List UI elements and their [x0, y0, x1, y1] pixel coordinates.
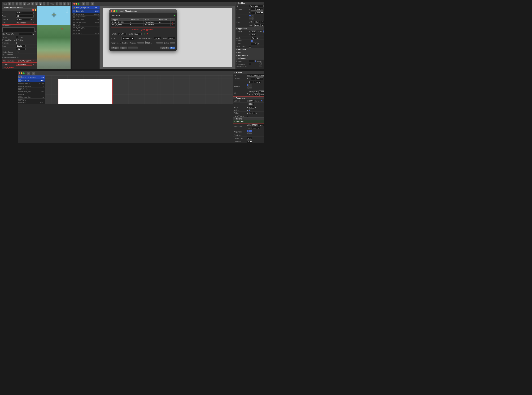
- rp-angle-more[interactable]: ▶: [257, 37, 259, 39]
- rp-zindex-input[interactable]: [249, 60, 254, 62]
- rp-hand-cursor-checkbox[interactable]: [249, 46, 251, 48]
- rp-height-unit[interactable]: Pixels: [261, 24, 264, 27]
- p3-y-input[interactable]: [249, 81, 253, 83]
- p3-scale-x-input[interactable]: [248, 100, 254, 102]
- p3-x-input[interactable]: [251, 77, 255, 80]
- add-condition-btn[interactable]: +: [174, 14, 175, 17]
- anchor-ml[interactable]: [249, 16, 251, 18]
- custom-props-icon[interactable]: ⚙: [17, 56, 19, 59]
- layer-item-4[interactable]: cool_candidate #5: [72, 16, 99, 18]
- p3-anchor-ml[interactable]: [247, 86, 248, 88]
- rp-permeable-checkbox[interactable]: [249, 63, 251, 65]
- p3-close-light[interactable]: [19, 72, 20, 74]
- rp-size-width-unit[interactable]: Percent: [261, 21, 264, 23]
- anchor-mc[interactable]: [251, 16, 253, 18]
- p3-anchor-bl[interactable]: [247, 88, 248, 89]
- anchor-tl[interactable]: [249, 15, 251, 16]
- layer-item-10[interactable]: ht_jelly_... v03.14: [72, 32, 99, 35]
- p3-layer-item-2[interactable]: T iframe_wiki ◆0,0: [18, 79, 45, 82]
- p3-width-unit[interactable]: Percent: [259, 90, 264, 93]
- rp-default-checkbox[interactable]: [255, 60, 256, 62]
- cancel-btn[interactable]: Cancel: [160, 47, 168, 49]
- p3-layer-item-3[interactable]: binoculars_a #1,0,0,00: [18, 82, 45, 85]
- p3-layer-item-5[interactable]: button_blank #5: [18, 88, 45, 90]
- wikipedia-input[interactable]: [18, 60, 32, 62]
- p3-layer-item-9[interactable]: ht_jelly: [18, 99, 45, 101]
- rp-visible-checkbox[interactable]: [251, 40, 253, 42]
- p3-anchor-tr[interactable]: [250, 84, 252, 86]
- p3-layer-item-7[interactable]: ht_pdf: [18, 93, 45, 96]
- delay-slider[interactable]: [170, 42, 175, 44]
- p2-toolbar-icon-2[interactable]: ✦: [86, 2, 89, 5]
- dialog-maximize-light[interactable]: [116, 10, 118, 12]
- p3-size-less[interactable]: ◀: [247, 92, 248, 94]
- p3-anchor-mr[interactable]: [250, 86, 252, 88]
- link-dropdown[interactable]: ▼: [33, 33, 34, 35]
- delete-btn[interactable]: Delete: [111, 47, 119, 49]
- rp-pos-x-input[interactable]: [251, 8, 255, 11]
- close-traffic-light[interactable]: [32, 9, 34, 11]
- p3-layer-item-10[interactable]: ht_jelly_... v03.14: [18, 101, 45, 104]
- ok-btn[interactable]: OK: [169, 47, 175, 49]
- type-select[interactable]: URL: [16, 15, 33, 17]
- p3-layer-item-6[interactable]: windows_share... #5051: [18, 90, 45, 93]
- layer-item-5[interactable]: button_blank #5: [72, 18, 99, 21]
- id-input[interactable]: [16, 11, 33, 14]
- rp-angle-less[interactable]: ◀: [249, 37, 250, 39]
- dialog-minimize-light[interactable]: [113, 10, 115, 12]
- trigger-row-1[interactable]: hotspot title: $(s) = Phnom Krom Or ✕: [111, 21, 175, 24]
- p3-layer-item-4[interactable]: cool_candidate #5: [18, 85, 45, 88]
- anchor-br[interactable]: [253, 18, 254, 20]
- p3-layer-item-1[interactable]: ▼ iframe_info-places... ◆0,0: [18, 76, 45, 79]
- p3-toolbar-icon-2[interactable]: ✦: [32, 72, 35, 75]
- p3-anchor-tc[interactable]: [249, 84, 250, 86]
- p3-height-input[interactable]: [254, 93, 259, 96]
- from-input[interactable]: [16, 45, 26, 47]
- p2-minimize-light[interactable]: [76, 3, 77, 5]
- rp-pos-x-unit[interactable]: Pixels: [256, 8, 263, 11]
- link-target-url-input[interactable]: [19, 33, 32, 35]
- rp-alpha-input[interactable]: [251, 43, 257, 45]
- p3-x-unit[interactable]: Pixels: [256, 77, 263, 80]
- p3-scale-y-input[interactable]: [248, 103, 254, 104]
- third-btn[interactable]: [128, 47, 138, 49]
- minimize-traffic-light[interactable]: [34, 9, 36, 11]
- p3-appearance-header[interactable]: ▼ Appearance: [233, 97, 264, 99]
- toolbar-icon-5[interactable]: ◉: [23, 2, 26, 5]
- rp-scale-x-input[interactable]: [251, 30, 256, 33]
- layer-item-3[interactable]: binoculars_a #1,0,0,00: [72, 13, 99, 16]
- p3-height-unit[interactable]: Percent: [259, 93, 264, 96]
- p2-maximize-light[interactable]: [77, 3, 79, 5]
- center-grid[interactable]: [263, 31, 264, 33]
- toolbar-icon-2[interactable]: ✦: [12, 2, 14, 5]
- p3-toolbar-icon-1[interactable]: ⊞: [27, 72, 30, 75]
- trigger-row-2[interactable]: *var_id_name = Phnom Krom ✕: [111, 24, 175, 26]
- mode-select[interactable]: Absolute: [121, 37, 134, 40]
- auto-place-checkbox[interactable]: [2, 39, 4, 41]
- target-checkbox[interactable]: [16, 36, 18, 38]
- default-height-input[interactable]: [168, 37, 175, 40]
- rp-pos-y-unit[interactable]: Pixels: [256, 11, 263, 14]
- layer-item-iframe-info[interactable]: ▼ iframe_info-places... ◆0,0: [72, 6, 99, 10]
- dialog-close-light[interactable]: [111, 10, 112, 12]
- copy-btn[interactable]: Copy: [120, 47, 127, 49]
- p2-toolbar-icon-1[interactable]: ⊞: [82, 2, 85, 5]
- rp-visible-less[interactable]: ◀: [249, 40, 250, 42]
- rp-angle-input[interactable]: [251, 37, 257, 39]
- anchor-bl[interactable]: [249, 18, 251, 20]
- toolbar-icon-13[interactable]: ⊗: [63, 2, 66, 5]
- layer-item-9[interactable]: ht_jelly: [72, 29, 99, 32]
- remove-height-btn[interactable]: ✕: [146, 33, 148, 35]
- p3-anchor-tl[interactable]: [247, 84, 248, 86]
- rp-id-input[interactable]: [249, 6, 264, 7]
- easing-slider[interactable]: [156, 42, 163, 44]
- skin-id-dropdown[interactable]: ▼: [31, 19, 33, 21]
- anchor-grid[interactable]: [249, 15, 254, 20]
- custom-image-icon[interactable]: ⬚: [17, 51, 18, 53]
- p3-minimize-light[interactable]: [21, 72, 22, 74]
- to-input[interactable]: [16, 48, 26, 50]
- p2-close-light[interactable]: [73, 3, 75, 5]
- p3-anchor-grid[interactable]: [247, 84, 252, 89]
- description-edit-icon[interactable]: ✎: [35, 31, 36, 32]
- p3-anchor-bc[interactable]: [249, 88, 250, 89]
